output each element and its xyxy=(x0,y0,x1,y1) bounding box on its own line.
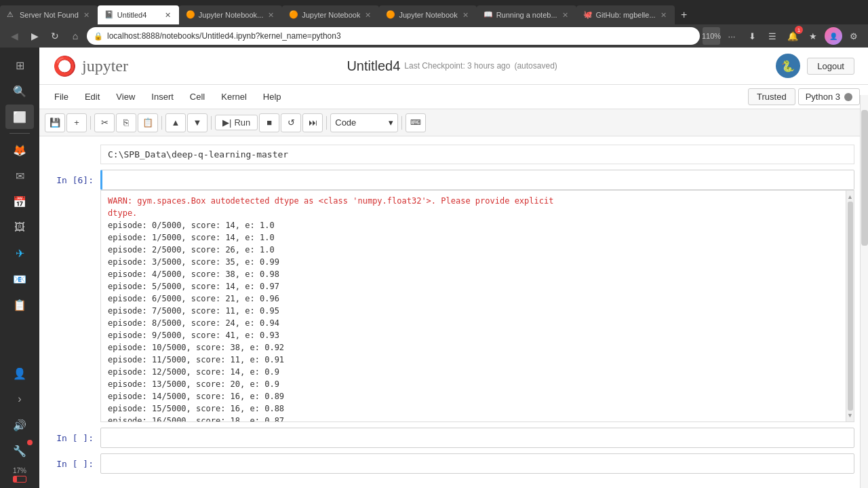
menu-help[interactable]: Help xyxy=(256,89,288,105)
save-button[interactable]: 💾 xyxy=(45,113,65,132)
menu-cell[interactable]: Cell xyxy=(183,89,212,105)
tab-jupyter-3[interactable]: 🟠 Jupyter Notebook ✕ xyxy=(379,5,476,24)
tab-title-5: Jupyter Notebook xyxy=(399,11,457,19)
sidebar-mail2-icon[interactable]: 📧 xyxy=(5,267,34,291)
sidebar-expand-icon[interactable]: › xyxy=(5,387,34,411)
logout-button[interactable]: Logout xyxy=(807,58,854,75)
bookmark-button[interactable]: ★ xyxy=(804,27,822,45)
sidebar-settings-icon[interactable]: 🔧 xyxy=(5,438,34,463)
sidebar-unknown-icon[interactable]: 📋 xyxy=(5,293,34,317)
menu-file[interactable]: File xyxy=(47,89,75,105)
tab-close-3[interactable]: ✕ xyxy=(267,10,275,20)
tab-close-6[interactable]: ✕ xyxy=(561,10,570,20)
sidebar-search-icon[interactable]: 🔍 xyxy=(5,79,34,103)
left-sidebar: ⊞ 🔍 ⬜ 🦊 ✉ 📅 🖼 ✈ 📧 📋 👤 › 🔊 🔧 17% xyxy=(0,48,39,488)
kernel-status-circle xyxy=(844,93,852,101)
sidebar-calendar-icon[interactable]: 📅 xyxy=(5,189,34,214)
toolbar-separator-3 xyxy=(211,116,212,130)
tab-github[interactable]: 🐙 GitHub: mgbelle... ✕ xyxy=(576,5,675,24)
output-line: episode: 14/5000, score: 16, e: 0.89 xyxy=(108,390,847,402)
sidebar-firefox-icon[interactable]: 🦊 xyxy=(5,138,34,162)
insert-cell-below-button[interactable]: + xyxy=(66,113,87,132)
notebook-name[interactable]: Untitled4 xyxy=(347,58,400,74)
tab-close-2[interactable]: ✕ xyxy=(163,10,172,20)
back-button[interactable]: ◀ xyxy=(5,27,23,45)
new-tab-button[interactable]: + xyxy=(675,5,694,24)
restart-kernel-button[interactable]: ↺ xyxy=(281,113,301,132)
output-scroll-in6[interactable]: WARN: gym.spaces.Box autodetected dtype … xyxy=(101,191,854,421)
menu-insert[interactable]: Insert xyxy=(144,89,180,105)
sidebar-photos-icon[interactable]: 🖼 xyxy=(5,215,34,240)
tab-jupyter-1[interactable]: 🟠 Jupyter Notebook... ✕ xyxy=(179,5,282,24)
cell-input-in6[interactable] xyxy=(100,170,854,190)
tab-close-4[interactable]: ✕ xyxy=(363,10,372,20)
cell-empty-2: In [ ]: xyxy=(39,453,868,474)
sync-button[interactable]: 🔔 1 xyxy=(784,27,802,45)
main-content: ⭕ jupyter Untitled4 Last Checkpoint: 3 h… xyxy=(39,48,868,488)
sidebar-mail-icon[interactable]: ✉ xyxy=(5,164,34,188)
tab-running-notebook[interactable]: 📖 Running a noteb... ✕ xyxy=(477,5,576,24)
sidebar-taskview-icon[interactable]: ⬜ xyxy=(5,105,34,129)
sidebar-toggle-button[interactable]: ☰ xyxy=(764,27,781,45)
output-line: episode: 10/5000, score: 38, e: 0.92 xyxy=(108,341,847,354)
extensions-button[interactable]: ⚙ xyxy=(845,27,863,45)
output-line: episode: 6/5000, score: 21, e: 0.96 xyxy=(108,293,847,305)
home-button[interactable]: ⌂ xyxy=(66,27,84,45)
menu-edit[interactable]: Edit xyxy=(78,89,106,105)
tab-favicon-4: 🟠 xyxy=(289,10,298,20)
tab-jupyter-2[interactable]: 🟠 Jupyter Notebook ✕ xyxy=(282,5,379,24)
tab-server-not-found[interactable]: ⚠ Server Not Found ✕ xyxy=(0,5,98,24)
sidebar-user-icon[interactable]: 👤 xyxy=(5,361,34,386)
sidebar-sound-icon[interactable]: 🔊 xyxy=(5,413,34,437)
jupyter-header: ⭕ jupyter Untitled4 Last Checkpoint: 3 h… xyxy=(39,48,868,85)
scroll-down-arrow[interactable]: ▼ xyxy=(847,412,853,419)
profile-avatar[interactable]: 👤 xyxy=(825,27,842,45)
jupyter-title-section: Untitled4 Last Checkpoint: 3 hours ago (… xyxy=(347,58,557,74)
reload-button[interactable]: ↻ xyxy=(46,27,64,45)
page-scrollbar[interactable] xyxy=(860,95,868,488)
paste-cell-button[interactable]: 📋 xyxy=(138,113,158,132)
scroll-up-arrow[interactable]: ▲ xyxy=(847,193,853,200)
zoom-level[interactable]: 110% xyxy=(703,27,720,45)
menu-kernel[interactable]: Kernel xyxy=(214,89,254,105)
cell-input-empty1[interactable] xyxy=(100,428,854,448)
copy-cell-button[interactable]: ⎘ xyxy=(116,113,136,132)
sidebar-start-button[interactable]: ⊞ xyxy=(5,53,34,77)
output-scrollbar[interactable]: ▲ ▼ xyxy=(846,191,854,421)
tab-close-7[interactable]: ✕ xyxy=(659,10,668,20)
forward-button[interactable]: ▶ xyxy=(26,27,43,45)
keyboard-shortcuts-button[interactable]: ⌨ xyxy=(406,113,426,132)
download-button[interactable]: ⬇ xyxy=(743,27,761,45)
cell-input-empty2[interactable] xyxy=(100,453,854,474)
scrollbar-thumb xyxy=(861,110,868,246)
tab-favicon-1: ⚠ xyxy=(7,10,16,20)
toolbar-separator-4 xyxy=(326,116,327,130)
output-line: episode: 7/5000, score: 11, e: 0.95 xyxy=(108,305,847,317)
move-cell-up-button[interactable]: ▲ xyxy=(165,113,186,132)
cell-empty-1: In [ ]: xyxy=(39,428,868,448)
tab-close-1[interactable]: ✕ xyxy=(82,10,91,20)
notebook-area[interactable]: C:\SPB_Data\deep-q-learning-master In [6… xyxy=(39,136,868,488)
move-cell-down-button[interactable]: ▼ xyxy=(187,113,208,132)
jupyter-logo: ⭕ jupyter xyxy=(53,55,128,77)
url-bar[interactable]: 🔒 localhost:8888/notebooks/Untitled4.ipy… xyxy=(87,27,700,45)
menu-view[interactable]: View xyxy=(109,89,142,105)
sidebar-telegram-icon[interactable]: ✈ xyxy=(5,241,34,265)
cell-type-chevron: ▾ xyxy=(389,117,393,128)
navigation-bar: ◀ ▶ ↻ ⌂ 🔒 localhost:8888/notebooks/Untit… xyxy=(0,24,868,48)
interrupt-kernel-button[interactable]: ■ xyxy=(259,113,279,132)
cut-cell-button[interactable]: ✂ xyxy=(94,113,115,132)
tab-title-6: Running a noteb... xyxy=(496,11,557,19)
path-output-text: C:\SPB_Data\deep-q-learning-master xyxy=(108,145,294,164)
menubar: File Edit View Insert Cell Kernel Help T… xyxy=(39,85,868,109)
cell-type-selector[interactable]: Code ▾ xyxy=(330,113,398,132)
tab-title-7: GitHub: mgbelle... xyxy=(596,11,656,19)
trusted-button[interactable]: Trusted xyxy=(748,88,795,105)
run-button[interactable]: ▶| Run xyxy=(215,115,258,130)
tab-favicon-5: 🟠 xyxy=(386,10,395,20)
restart-run-all-button[interactable]: ⏭ xyxy=(302,113,323,132)
more-options-button[interactable]: ··· xyxy=(723,27,741,45)
tab-close-5[interactable]: ✕ xyxy=(461,10,470,20)
tab-untitled4[interactable]: 📓 Untitled4 ✕ xyxy=(98,5,179,24)
kernel-indicator[interactable]: Python 3 xyxy=(798,88,860,105)
